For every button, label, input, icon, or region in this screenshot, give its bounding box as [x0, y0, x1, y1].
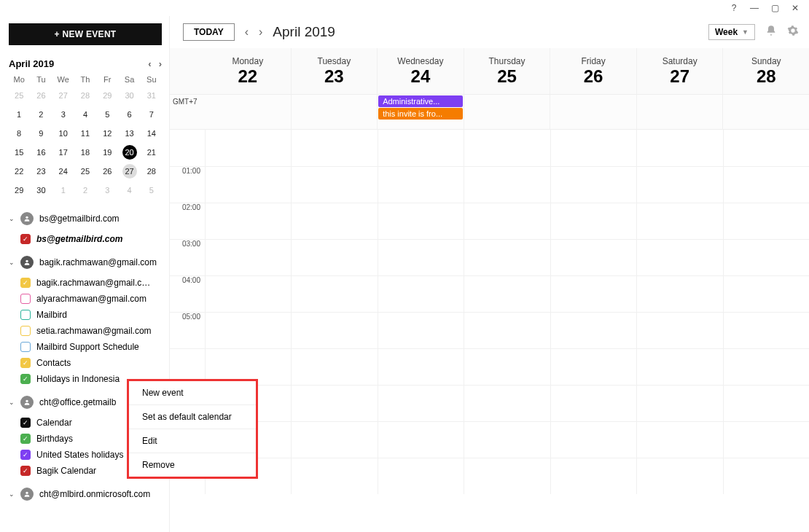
mini-cal-day[interactable]: 5	[97, 107, 117, 122]
mini-cal-day[interactable]: 28	[141, 164, 162, 179]
calendar-item[interactable]: bs@getmailbird.com	[20, 234, 162, 244]
mini-cal-day[interactable]: 2	[31, 107, 51, 122]
context-menu-item[interactable]: Set as default calendar	[129, 405, 256, 429]
calendar-item[interactable]: Mailbird	[20, 310, 162, 320]
calendar-checkbox[interactable]	[20, 234, 31, 244]
minimize-button[interactable]: —	[749, 3, 759, 13]
mini-cal-day[interactable]: 15	[9, 145, 29, 160]
day-header[interactable]: Saturday 27	[636, 48, 723, 94]
mini-cal-day[interactable]: 24	[53, 164, 74, 179]
day-header[interactable]: Thursday 25	[464, 48, 550, 94]
grid-column[interactable]	[464, 130, 550, 494]
allday-cell[interactable]	[291, 95, 378, 129]
gear-icon[interactable]	[787, 25, 799, 39]
calendar-checkbox[interactable]	[20, 310, 31, 320]
grid-column[interactable]	[550, 130, 636, 494]
close-button[interactable]: ✕	[790, 3, 800, 13]
day-header[interactable]: Monday 22	[205, 48, 291, 94]
mini-cal-day[interactable]: 17	[53, 145, 74, 160]
day-header[interactable]: Tuesday 23	[291, 48, 378, 94]
grid-column[interactable]	[291, 130, 377, 494]
calendar-checkbox[interactable]	[20, 434, 31, 444]
calendar-item[interactable]: alyarachmawan@gmail.com	[20, 294, 162, 304]
calendar-item[interactable]: Mailbird Support Schedule	[20, 342, 162, 352]
bell-icon[interactable]	[765, 25, 777, 39]
allday-cell[interactable]	[464, 95, 550, 129]
time-grid[interactable]: 01:0002:0003:0004:0005:0009:00	[170, 130, 809, 532]
mini-cal-day[interactable]: 25	[75, 164, 95, 179]
mini-cal-next-icon[interactable]: ›	[159, 58, 162, 69]
mini-cal-day[interactable]: 14	[141, 126, 162, 141]
event-chip[interactable]: this invite is fro...	[378, 108, 463, 120]
day-header[interactable]: Sunday 28	[722, 48, 809, 94]
today-button[interactable]: TODAY	[183, 23, 235, 41]
mini-cal-day[interactable]: 16	[31, 145, 51, 160]
next-week-icon[interactable]: ›	[259, 26, 262, 39]
calendar-checkbox[interactable]	[20, 294, 31, 304]
calendar-checkbox[interactable]	[20, 466, 31, 476]
mini-cal-day[interactable]: 9	[31, 126, 51, 141]
mini-cal-day[interactable]: 1	[9, 107, 29, 122]
context-menu-item[interactable]: New event	[129, 381, 256, 405]
calendar-checkbox[interactable]	[20, 278, 31, 288]
calendar-checkbox[interactable]	[20, 342, 31, 352]
mini-cal-day[interactable]: 1	[53, 183, 74, 197]
context-menu-item[interactable]: Remove	[129, 453, 256, 477]
calendar-checkbox[interactable]	[20, 326, 31, 336]
context-menu-item[interactable]: Edit	[129, 429, 256, 453]
event-chip[interactable]: Administrative...	[378, 95, 463, 107]
mini-cal-day[interactable]: 29	[97, 88, 117, 103]
account-header[interactable]: ⌄ bagik.rachmawan@gmail.com	[9, 256, 162, 269]
mini-cal-day[interactable]: 31	[141, 88, 162, 103]
allday-cell[interactable]	[205, 95, 291, 129]
mini-cal-day[interactable]: 28	[75, 88, 95, 103]
mini-cal-day[interactable]: 27	[53, 88, 74, 103]
mini-cal-day[interactable]: 8	[9, 126, 29, 141]
calendar-checkbox[interactable]	[20, 374, 31, 384]
grid-column[interactable]	[723, 130, 809, 494]
day-header[interactable]: Wednesday 24	[377, 48, 464, 94]
allday-cell[interactable]	[636, 95, 723, 129]
mini-cal-day[interactable]: 11	[75, 126, 95, 141]
account-header[interactable]: ⌄ cht@mlbird.onmicrosoft.com	[9, 488, 162, 501]
calendar-checkbox[interactable]	[20, 418, 31, 428]
allday-cell[interactable]	[550, 95, 636, 129]
mini-cal-day[interactable]: 29	[9, 183, 29, 197]
calendar-item[interactable]: bagik.rachmawan@gmail.com	[20, 278, 162, 288]
day-header[interactable]: Friday 26	[550, 48, 636, 94]
mini-cal-day[interactable]: 30	[31, 183, 51, 197]
mini-cal-day[interactable]: 13	[119, 126, 139, 141]
mini-cal-day[interactable]: 6	[119, 107, 139, 122]
mini-cal-day[interactable]: 26	[97, 164, 117, 179]
mini-cal-day[interactable]: 21	[141, 145, 162, 160]
mini-cal-day[interactable]: 3	[97, 183, 117, 197]
mini-cal-day[interactable]: 5	[141, 183, 162, 197]
mini-cal-day[interactable]: 23	[31, 164, 51, 179]
mini-cal-day[interactable]: 19	[97, 145, 117, 160]
mini-cal-day[interactable]: 3	[53, 107, 74, 122]
calendar-item[interactable]: setia.rachmawan@gmail.com	[20, 326, 162, 336]
calendar-checkbox[interactable]	[20, 358, 31, 368]
mini-cal-day[interactable]: 25	[9, 88, 29, 103]
calendar-item[interactable]: Contacts	[20, 358, 162, 368]
mini-cal-day[interactable]: 4	[119, 183, 139, 197]
mini-cal-day[interactable]: 12	[97, 126, 117, 141]
mini-cal-day[interactable]: 30	[119, 88, 139, 103]
mini-cal-prev-icon[interactable]: ‹	[148, 58, 151, 69]
mini-cal-day[interactable]: 22	[9, 164, 29, 179]
mini-cal-day[interactable]: 7	[141, 107, 162, 122]
maximize-button[interactable]: ▢	[770, 3, 780, 13]
mini-cal-day[interactable]: 18	[75, 145, 95, 160]
prev-week-icon[interactable]: ‹	[245, 26, 249, 39]
allday-cell[interactable]	[722, 95, 809, 129]
mini-cal-day[interactable]: 2	[75, 183, 95, 197]
grid-column[interactable]	[378, 130, 464, 494]
mini-cal-day[interactable]: 27	[122, 164, 137, 179]
mini-cal-day[interactable]: 26	[31, 88, 51, 103]
help-button[interactable]: ?	[729, 3, 739, 13]
calendar-checkbox[interactable]	[20, 450, 31, 460]
account-header[interactable]: ⌄ bs@getmailbird.com	[9, 212, 162, 225]
mini-cal-day[interactable]: 4	[75, 107, 95, 122]
new-event-button[interactable]: + NEW EVENT	[9, 23, 162, 45]
mini-cal-day[interactable]: 20	[122, 145, 137, 160]
